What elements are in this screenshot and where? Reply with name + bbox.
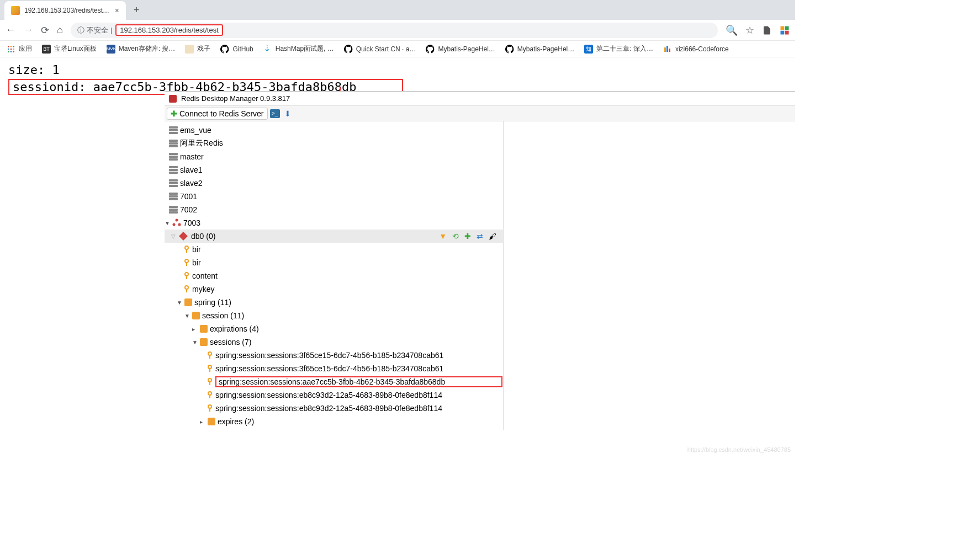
bookmark-item-2[interactable]: 戏子 <box>185 44 210 54</box>
server-icon <box>169 193 178 200</box>
tab-favicon <box>11 6 20 15</box>
forward-button: → <box>23 24 33 36</box>
bookmark-item-7[interactable]: Mybatis-PageHel… <box>505 45 574 54</box>
url-text: 192.168.153.203/redis/test/test <box>115 24 223 36</box>
expand-icon[interactable]: ▸ <box>192 326 199 332</box>
svg-rect-18 <box>169 126 178 129</box>
import-icon[interactable]: ⬇ <box>282 108 293 119</box>
session-key-item[interactable]: spring:session:sessions:3f65ce15-6dc7-4b… <box>165 349 503 362</box>
connection-item-open[interactable]: ▼7003 <box>165 216 503 230</box>
bookmark-item-3[interactable]: GitHub <box>220 45 253 54</box>
collapse-icon[interactable]: ▽ <box>171 233 178 239</box>
svg-rect-28 <box>169 169 178 171</box>
connection-item[interactable]: slave1 <box>165 163 503 177</box>
bookmark-item-4[interactable]: ⇣HashMap面试题, … <box>263 44 334 54</box>
svg-rect-2 <box>781 30 785 34</box>
bookmark-item-8[interactable]: 知第二十三章: 深入… <box>584 44 653 54</box>
server-icon <box>169 153 178 161</box>
new-tab-button[interactable]: + <box>134 4 140 16</box>
collapse-icon[interactable]: ▼ <box>165 220 171 226</box>
folder-icon <box>208 418 215 425</box>
svg-rect-14 <box>666 46 668 52</box>
key-icon <box>183 285 190 293</box>
svg-point-7 <box>8 48 9 50</box>
key-item[interactable]: bir <box>165 256 503 269</box>
svg-rect-22 <box>169 142 178 145</box>
bookmark-icon: 知 <box>584 45 593 54</box>
star-icon[interactable]: ☆ <box>745 24 754 36</box>
bookmark-item-5[interactable]: Quick Start CN · a… <box>344 45 416 54</box>
session-key-item[interactable]: spring:session:sessions:eb8c93d2-12a5-46… <box>165 402 503 415</box>
folder-spring[interactable]: ▼spring (11) <box>165 296 503 309</box>
console-icon[interactable]: >_ <box>270 109 280 118</box>
svg-point-40 <box>173 223 176 226</box>
connection-tree: ems_vue 阿里云Redis master slave1 slave2 70… <box>165 121 504 430</box>
refresh-icon[interactable]: ⇄ <box>477 232 483 241</box>
bookmark-item-9[interactable]: xizi666-Codeforce <box>663 45 729 54</box>
svg-point-39 <box>176 219 178 222</box>
connection-item[interactable]: 阿里云Redis <box>165 137 503 150</box>
collapse-icon[interactable]: ▼ <box>184 313 191 319</box>
bookmark-icon: MVN <box>107 45 115 54</box>
collapse-icon[interactable]: ▼ <box>192 339 199 345</box>
folder-sessions[interactable]: ▼sessions (7) <box>165 335 503 349</box>
svg-rect-43 <box>186 249 187 253</box>
key-icon <box>207 351 213 359</box>
connection-item[interactable]: ems_vue <box>165 124 503 137</box>
session-key-item[interactable]: spring:session:sessions:3f65ce15-6dc7-4b… <box>165 362 503 375</box>
svg-rect-29 <box>169 172 178 174</box>
collapse-icon[interactable]: ▼ <box>177 300 183 306</box>
apps-button[interactable]: 应用 <box>7 44 32 54</box>
folder-session[interactable]: ▼session (11) <box>165 309 503 322</box>
folder-expires[interactable]: ▸expires (2) <box>165 415 503 428</box>
key-item[interactable]: mykey <box>165 282 503 296</box>
folder-icon <box>192 312 200 319</box>
connect-button[interactable]: ✚ Connect to Redis Server <box>167 108 268 120</box>
reload-button[interactable]: ⟳ <box>41 24 49 36</box>
filter-icon[interactable]: ▼ <box>439 232 447 241</box>
tab-close-icon[interactable]: × <box>115 6 119 15</box>
session-key-item[interactable]: spring:session:sessions:eb8c93d2-12a5-46… <box>165 388 503 402</box>
db-item[interactable]: ▽db0 (0) ▼ ⟲ ✚ ⇄ 🖌 <box>165 230 503 243</box>
nav-right-icons: 🔍 ☆ <box>726 24 790 36</box>
add-icon[interactable]: ✚ <box>464 232 471 241</box>
svg-rect-57 <box>209 394 210 398</box>
svg-point-6 <box>13 46 14 47</box>
security-indicator[interactable]: ⓘ 不安全 | <box>77 25 112 35</box>
bookmark-item-0[interactable]: BT宝塔Linux面板 <box>42 44 97 54</box>
github-icon <box>505 45 514 54</box>
connection-item[interactable]: 7002 <box>165 203 503 216</box>
rdm-titlebar[interactable]: Redis Desktop Manager 0.9.3.817 <box>165 92 795 106</box>
browser-tab[interactable]: 192.168.153.203/redis/test/tes × <box>4 1 126 20</box>
svg-rect-30 <box>169 179 178 182</box>
tab-bar: 192.168.153.203/redis/test/tes × + <box>0 0 795 20</box>
evernote-icon[interactable] <box>762 25 772 35</box>
bookmark-item-6[interactable]: Mybatis-PageHel… <box>426 45 495 54</box>
back-button[interactable]: ← <box>6 24 15 36</box>
connection-item[interactable]: slave2 <box>165 177 503 190</box>
svg-point-5 <box>10 46 12 47</box>
folder-icon <box>200 338 208 346</box>
svg-rect-37 <box>169 209 178 211</box>
folder-icon <box>200 325 208 333</box>
key-icon <box>207 365 213 372</box>
key-item[interactable]: bir <box>165 243 503 256</box>
session-key-item-highlighted[interactable]: spring:session:sessions:aae7cc5b-3fbb-4b… <box>165 375 503 388</box>
cluster-icon <box>172 218 181 227</box>
bookmark-item-1[interactable]: MVNMaven存储库: 搜… <box>107 44 176 54</box>
brush-icon[interactable]: 🖌 <box>489 232 496 241</box>
connection-item[interactable]: master <box>165 150 503 163</box>
home-button[interactable]: ⌂ <box>57 24 63 36</box>
svg-rect-32 <box>169 185 178 187</box>
folder-expirations[interactable]: ▸expirations (4) <box>165 322 503 335</box>
expand-icon[interactable]: ▸ <box>200 419 207 425</box>
database-icon <box>179 232 188 241</box>
reload-icon[interactable]: ⟲ <box>452 232 459 241</box>
extension-icon[interactable] <box>780 25 790 35</box>
zoom-icon[interactable]: 🔍 <box>726 24 738 36</box>
key-item[interactable]: content <box>165 269 503 282</box>
watermark: https://blog.csdn.net/weixin_45480785 <box>687 446 791 453</box>
address-bar[interactable]: ⓘ 不安全 | 192.168.153.203/redis/test/test <box>71 23 718 38</box>
connection-item[interactable]: 7001 <box>165 190 503 203</box>
info-icon: ⓘ <box>77 25 84 35</box>
